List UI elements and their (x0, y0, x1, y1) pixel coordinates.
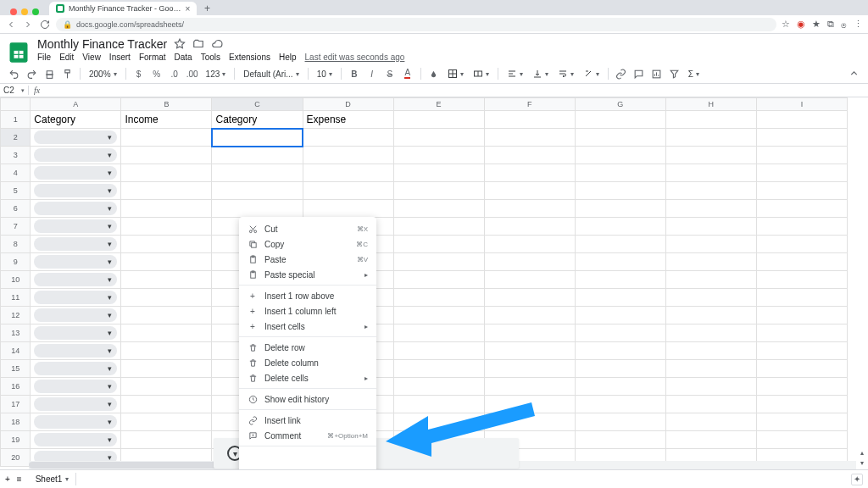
cell[interactable] (665, 324, 756, 342)
row-header[interactable]: 10 (1, 271, 31, 289)
cell[interactable] (31, 342, 121, 360)
text-rotate-icon[interactable] (581, 69, 602, 79)
cell[interactable] (393, 360, 484, 378)
menu-tools[interactable]: Tools (201, 53, 220, 62)
cell[interactable] (212, 200, 303, 218)
cell[interactable] (121, 342, 212, 360)
cloud-status-icon[interactable] (211, 38, 223, 50)
sheets-logo-icon[interactable] (7, 41, 31, 64)
cell[interactable] (484, 324, 575, 342)
cell[interactable] (484, 253, 575, 271)
col-header[interactable]: G (575, 98, 665, 111)
cell[interactable] (665, 111, 756, 129)
cell[interactable] (31, 129, 121, 147)
cell[interactable] (575, 289, 665, 307)
ctx-cut[interactable]: Cut⌘X (239, 221, 376, 236)
decrease-decimal-icon[interactable]: .0 (168, 67, 181, 80)
cell[interactable] (121, 147, 212, 164)
cell[interactable] (665, 218, 756, 236)
cell[interactable] (575, 431, 665, 449)
redo-icon[interactable] (25, 67, 38, 80)
dropdown-chip[interactable] (34, 291, 117, 304)
text-color-icon[interactable]: A (401, 67, 415, 80)
insert-link-icon[interactable] (615, 67, 628, 80)
forward-icon[interactable] (22, 19, 34, 30)
cell[interactable] (575, 111, 665, 129)
dropdown-chip[interactable] (34, 273, 117, 286)
cell[interactable] (31, 324, 121, 342)
ctx-delete-cells[interactable]: Delete cells (239, 370, 376, 385)
cell[interactable] (756, 324, 847, 342)
cell[interactable] (665, 396, 756, 413)
cell[interactable] (665, 253, 756, 271)
increase-decimal-icon[interactable]: .00 (186, 67, 199, 80)
back-icon[interactable] (5, 19, 17, 30)
cell[interactable] (121, 200, 212, 218)
menu-insert[interactable]: Insert (109, 53, 131, 62)
select-all-corner[interactable] (1, 98, 31, 111)
zoom-select[interactable]: 200% (86, 69, 120, 79)
cell[interactable] (31, 271, 121, 289)
cell[interactable] (756, 378, 847, 396)
col-header[interactable]: F (484, 98, 575, 111)
dropdown-chip[interactable] (34, 130, 117, 144)
cell[interactable] (665, 164, 756, 182)
dropdown-chip[interactable] (34, 202, 117, 215)
col-header[interactable]: A (31, 98, 121, 111)
row-header[interactable]: 11 (1, 289, 31, 307)
doc-title[interactable]: Monthly Finance Tracker (37, 37, 167, 51)
vertical-scroll-arrows[interactable]: ▴▾ (858, 449, 866, 468)
cell[interactable] (756, 200, 847, 218)
close-window-icon[interactable] (10, 8, 17, 15)
explore-button[interactable]: ✦ (851, 474, 863, 485)
cell[interactable] (121, 324, 212, 342)
menu-format[interactable]: Format (139, 53, 166, 62)
minimize-window-icon[interactable] (21, 8, 28, 15)
ctx-delete-row[interactable]: Delete row (239, 340, 376, 355)
cell[interactable] (665, 413, 756, 431)
cell[interactable] (484, 289, 575, 307)
cell[interactable] (665, 360, 756, 378)
cell[interactable] (393, 342, 484, 360)
cell[interactable] (393, 147, 484, 164)
cell[interactable] (484, 236, 575, 253)
maximize-window-icon[interactable] (32, 8, 39, 15)
cell[interactable] (756, 164, 847, 182)
cell[interactable] (484, 307, 575, 324)
dropdown-chip[interactable] (34, 397, 117, 411)
dropdown-chip[interactable] (34, 237, 117, 251)
col-header[interactable]: D (303, 98, 393, 111)
cell[interactable] (121, 271, 212, 289)
cell[interactable] (31, 396, 121, 413)
menu-file[interactable]: File (37, 53, 51, 62)
row-header[interactable]: 6 (1, 200, 31, 218)
cell[interactable] (665, 307, 756, 324)
row-header[interactable]: 14 (1, 342, 31, 360)
menu-help[interactable]: Help (279, 53, 297, 62)
undo-icon[interactable] (7, 67, 20, 80)
col-header[interactable]: C (212, 98, 303, 111)
cell[interactable] (393, 200, 484, 218)
cell[interactable] (484, 396, 575, 413)
dropdown-chip[interactable] (34, 362, 117, 375)
cell[interactable] (303, 200, 393, 218)
row-header[interactable]: 3 (1, 147, 31, 164)
last-edit-link[interactable]: Last edit was seconds ago (305, 53, 405, 62)
merge-cells-icon[interactable] (470, 69, 492, 79)
row-header[interactable]: 20 (1, 449, 31, 467)
borders-icon[interactable] (445, 69, 466, 79)
number-format-select[interactable]: 123 (203, 69, 229, 79)
dropdown-chip[interactable] (34, 326, 117, 340)
star-icon[interactable] (174, 38, 186, 50)
cell[interactable] (575, 182, 665, 200)
ext-icon[interactable]: ☆ (782, 19, 790, 30)
cell[interactable] (484, 378, 575, 396)
ctx-show-history[interactable]: Show edit history (239, 391, 376, 407)
v-align-icon[interactable] (530, 69, 551, 79)
name-box[interactable]: C2 (0, 86, 29, 95)
col-header[interactable]: I (756, 98, 847, 111)
cell[interactable] (393, 289, 484, 307)
cell[interactable] (665, 147, 756, 164)
cell[interactable] (756, 236, 847, 253)
cell[interactable] (575, 360, 665, 378)
